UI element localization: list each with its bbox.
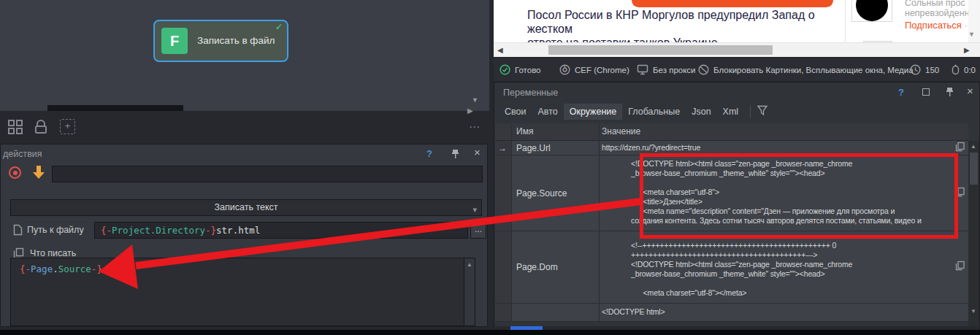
path-suffix: str.html [216,225,260,236]
grid-view-icon[interactable] [7,119,23,138]
variable-name: Page.Dom [516,262,558,272]
variables-panel-title: Переменные [503,88,558,98]
card-divider [845,0,846,42]
more-options-icon[interactable]: ⋯ [469,120,481,134]
actions-search-input[interactable] [52,166,483,182]
path-label: Путь к файлу [27,225,84,235]
lock-icon[interactable] [34,119,48,138]
copy-icon[interactable] [955,261,965,274]
variable-value: <!--++++++++++++++++++++++++++++++++++++… [631,241,949,298]
tab-xml[interactable]: Xml [717,104,745,120]
expand-right-icon[interactable]: ▶ [467,107,473,115]
record-button[interactable] [9,166,21,179]
textarea-scrollbar[interactable]: ▲ [464,258,475,326]
success-check-icon: ✓ [275,22,283,32]
column-name[interactable]: Имя [516,126,533,136]
variable-name: Page.Source [516,188,567,199]
file-icon [13,224,23,239]
scrollbar-down-icon[interactable]: ▼ [968,31,975,38]
chrome-icon [559,64,570,75]
table-row-partial[interactable]: <!DOCTYPE html> [495,304,968,322]
help-icon[interactable]: ? [426,148,432,159]
flow-canvas[interactable]: F Записать в файл ✓ ▼ [0,0,489,111]
tab-separator [750,105,751,118]
scroll-down-icon[interactable]: ▼ [971,308,976,315]
subscribe-link[interactable]: Подписаться · [905,20,968,31]
column-divider [511,123,512,322]
node-label: Записать в файл [197,21,275,61]
run-down-arrow-icon[interactable] [31,164,46,185]
tab-own[interactable]: Свои [499,104,532,120]
channel-text-line1: Сольный прос [905,0,965,8]
channel-text-line2: непревзойденн [905,8,970,18]
action-type-value: Записать текст [214,202,277,212]
status-delay[interactable]: 150 [910,58,939,81]
canvas-toolbar: + [0,111,489,144]
action-type-select[interactable]: Записать текст ▾ [10,199,482,216]
browse-button[interactable]: ... [470,222,486,239]
channel-avatar[interactable] [856,0,888,21]
pin-icon[interactable] [946,87,954,100]
status-proxy[interactable]: Без прокси [637,58,696,81]
scroll-up-icon[interactable]: ▲ [971,143,976,150]
variables-tabs: Свои Авто Окружение Глобальные Json Xml [499,104,768,120]
channel-avatar-frame [851,0,892,22]
current-row-pointer-icon: → [498,143,507,153]
status-blocking[interactable]: Блокировать Картинки, Всплывающие окна, … [698,58,914,81]
tab-json[interactable]: Json [686,104,716,120]
annotation-highlight-rect [640,153,958,239]
action-node-write-file[interactable]: F Записать в файл ✓ [153,20,288,62]
table-row-page-dom[interactable]: Page.Dom <!--+++++++++++++++++++++++++++… [495,231,968,304]
macro-open: {- [101,225,112,236]
help-icon[interactable]: ? [898,87,904,98]
scrollbar-thumb[interactable] [970,153,978,185]
scroll-up-icon[interactable]: ▲ [467,261,472,268]
column-value[interactable]: Значение [602,126,640,136]
monitor-icon [637,64,648,75]
status-timer: 0:0 [952,58,976,81]
table-header: Имя Значение [495,123,968,141]
canvas-scroll-down-icon[interactable]: ▼ [472,96,478,104]
column-divider [599,123,600,322]
clock-icon [910,64,921,75]
close-icon[interactable]: × [474,147,481,158]
scroll-right-icon[interactable]: ▶ [964,46,970,54]
dzen-button[interactable] [632,0,833,7]
write-content-value: {-Page.Source-} [20,263,102,274]
browser-viewport[interactable]: Посол России в КНР Моргулов предупредил … [494,0,980,57]
middot-icon: · [965,20,968,31]
add-frame-icon[interactable]: + [60,119,75,134]
status-bar: Готово CEF (Chrome) Без прокси Блокирова… [494,58,980,81]
file-write-icon: F [161,28,188,54]
variable-value: <!DOCTYPE html> [602,307,949,317]
status-browser-engine[interactable]: CEF (Chrome) [559,58,629,81]
browser-horizontal-scrollbar[interactable]: ◀ ▶ [494,42,980,57]
scrollbar-thumb[interactable] [548,45,773,55]
variable-name: Page.Url [516,143,551,153]
ready-check-icon [499,64,510,75]
tab-global[interactable]: Глобальные [622,104,686,120]
tab-auto[interactable]: Авто [532,104,563,120]
actions-panel-title: действия [3,149,42,159]
bottom-taskbar-strip [0,330,980,335]
variable-value: https://dzen.ru/?yredirect=true [602,143,949,153]
pin-icon[interactable] [451,149,459,162]
write-content-textarea[interactable]: {-Page.Source-} ▲ [10,258,475,326]
chevron-down-icon: ▾ [472,202,477,217]
close-icon[interactable]: × [967,86,973,96]
filter-funnel-icon[interactable] [757,105,768,119]
file-path-input[interactable]: {-Project.Directory-}str.html [94,222,468,239]
maximize-icon[interactable] [922,88,930,96]
macro-name: Project.Directory [112,225,205,236]
timer-icon [952,64,960,75]
tab-environment[interactable]: Окружение [564,104,623,120]
status-ready: Готово [499,58,541,81]
block-icon [698,64,709,75]
macro-close: -} [205,225,216,236]
scroll-left-icon[interactable]: ◀ [497,46,503,54]
write-label: Что писать [30,248,76,258]
variables-vertical-scrollbar[interactable]: ▲ ▼ [968,141,979,326]
copy-icon[interactable] [955,142,965,155]
actions-panel: действия ? × Записать текст ▾ Путь к фай… [0,144,488,327]
